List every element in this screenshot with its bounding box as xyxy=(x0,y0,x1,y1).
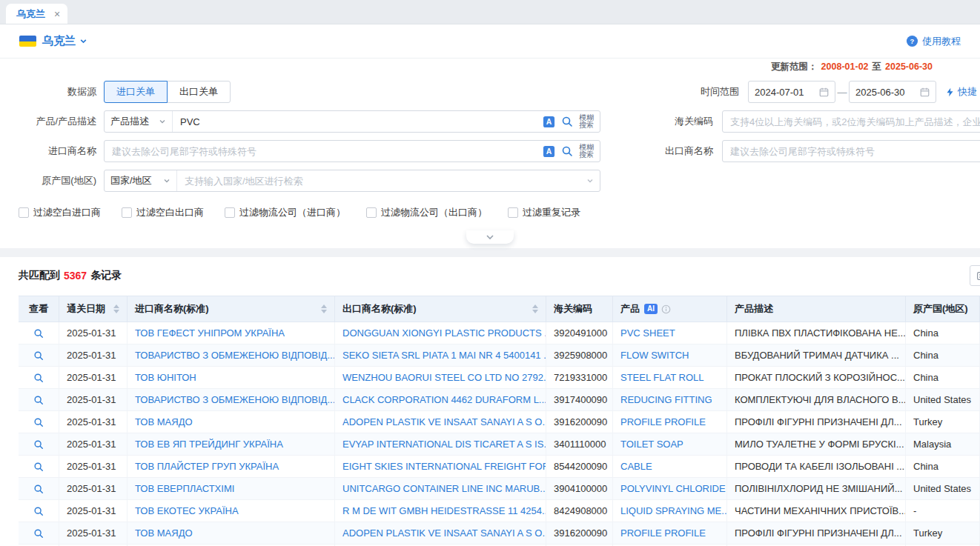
view-details-icon[interactable] xyxy=(33,350,44,361)
svg-text:A: A xyxy=(546,147,552,156)
table-body: 2025-01-31ТОВ ГЕФЕСТ УНІПРОМ УКРАЇНАDONG… xyxy=(19,322,980,546)
view-details-icon[interactable] xyxy=(33,528,44,539)
update-range-to: 2025-06-30 xyxy=(885,61,933,72)
cell-exporter[interactable]: UNITCARGO CONTAINER LINE INC MARUB... xyxy=(335,478,546,499)
view-details-icon[interactable] xyxy=(33,328,44,339)
cell-product[interactable]: POLYVINYL CHLORIDE xyxy=(613,478,727,499)
fuzzy-search-label[interactable]: 模糊 搜索 xyxy=(579,114,594,129)
date-from-input[interactable]: 2024-07-01 xyxy=(748,81,835,103)
cell-desc: ПРОКАТ ПЛОСКИЙ З КОРОЗІЙНОС... xyxy=(727,367,906,388)
checkbox-label: 过滤空白进口商 xyxy=(33,206,101,219)
sort-icons[interactable] xyxy=(109,304,119,313)
cell-importer[interactable]: ТОВ МАЯДО xyxy=(128,411,335,433)
cell-exporter[interactable]: R M DE WIT GMBH HEIDESTRASSE 11 4254... xyxy=(335,500,546,522)
view-details-icon[interactable] xyxy=(33,395,44,405)
checkbox-filter-logistics-exporter[interactable]: 过滤物流公司（出口商） xyxy=(366,206,487,219)
quick-range-button[interactable]: 快捷 xyxy=(936,85,980,99)
sort-icons[interactable] xyxy=(317,304,327,313)
chevron-down-icon[interactable] xyxy=(79,37,87,45)
cell-product[interactable]: CABLE xyxy=(613,456,727,477)
cell-exporter[interactable]: EIGHT SKIES INTERNATIONAL FREIGHT FOR... xyxy=(335,456,546,477)
cell-importer[interactable]: ТОВАРИСТВО З ОБМЕЖЕНОЮ ВІДПОВІД... xyxy=(128,344,335,366)
view-details-icon[interactable] xyxy=(33,439,44,450)
product-type-select[interactable]: 产品描述 xyxy=(105,111,173,132)
cell-importer[interactable]: ТОВ ЮНІТОН xyxy=(128,367,335,388)
header-hs-code: 海关编码 xyxy=(546,296,613,322)
view-cell xyxy=(19,456,59,477)
view-details-icon[interactable] xyxy=(33,417,44,427)
cell-origin: United States xyxy=(906,389,980,410)
cell-product[interactable]: STEEL FLAT ROLL xyxy=(613,367,727,388)
cell-exporter[interactable]: WENZHOU BAORUI STEEL CO LTD NO 2792... xyxy=(335,367,546,388)
checkbox-filter-blank-exporter[interactable]: 过滤空白出口商 xyxy=(122,206,204,219)
origin-country-input[interactable] xyxy=(177,170,586,191)
cell-hs: 7219331000 xyxy=(546,367,613,388)
cell-importer[interactable]: ТОВ ЕВЕРПЛАСТХІМІ xyxy=(128,478,335,499)
header-description: 产品描述 xyxy=(727,296,906,322)
view-details-icon[interactable] xyxy=(33,462,44,472)
toolbar-partial-button[interactable] xyxy=(970,265,980,286)
cell-product[interactable]: PROFILE PROFILE xyxy=(613,411,727,433)
cell-exporter[interactable]: EVYAP INTERNATIONAL DIS TICARET A S IS..… xyxy=(335,433,546,455)
cell-importer[interactable]: ТОВАРИСТВО З ОБМЕЖЕНОЮ ВІДПОВІД... xyxy=(128,389,335,410)
sort-icons[interactable] xyxy=(528,304,538,313)
lightning-icon xyxy=(945,87,955,97)
cell-hs: 8424908000 xyxy=(546,500,613,522)
fuzzy-search-label[interactable]: 模糊 搜索 xyxy=(579,144,594,159)
cell-product[interactable]: TOILET SOAP xyxy=(613,433,727,455)
country-selector[interactable]: 乌克兰 xyxy=(42,34,76,48)
translate-icon[interactable]: A xyxy=(543,145,555,158)
date-to-input[interactable]: 2025-06-30 xyxy=(849,81,936,103)
translate-icon[interactable]: A xyxy=(543,116,555,128)
cell-importer[interactable]: ТОВ ПЛАЙСТЕР ГРУП УКРАЇНА xyxy=(128,456,335,477)
fuzzy-search-icon[interactable] xyxy=(561,145,573,157)
view-details-icon[interactable] xyxy=(33,484,44,494)
cell-desc: ПРОФІЛІ ФІГУРНІ ПРИЗНАЧЕНІ ДЛ... xyxy=(727,522,906,544)
checkbox-filter-duplicates[interactable]: 过滤重复记录 xyxy=(508,206,580,219)
importer-input[interactable] xyxy=(105,141,537,162)
header-exporter[interactable]: 出口商名称(标准) xyxy=(335,296,546,322)
tutorial-link[interactable]: ? 使用教程 xyxy=(906,35,961,48)
checkbox-filter-logistics-importer[interactable]: 过滤物流公司（进口商） xyxy=(225,206,345,219)
cell-importer[interactable]: ТОВ ГЕФЕСТ УНІПРОМ УКРАЇНА xyxy=(128,322,335,344)
view-details-icon[interactable] xyxy=(33,506,44,516)
info-icon[interactable] xyxy=(661,304,671,314)
exporter-input[interactable] xyxy=(722,140,980,162)
cell-exporter[interactable]: SEKO SIETA SRL PIATA 1 MAI NR 4 5400141 … xyxy=(335,344,546,366)
cell-product[interactable]: LIQUID SPRAYING ME... xyxy=(613,500,727,522)
checkbox-icon xyxy=(508,207,518,218)
view-details-icon[interactable] xyxy=(33,373,44,383)
cell-origin: China xyxy=(906,367,980,388)
cell-product[interactable]: FLOW SWITCH xyxy=(613,344,727,366)
tab-import-declarations[interactable]: 进口关单 xyxy=(104,81,168,103)
update-range-from: 2008-01-02 xyxy=(821,61,869,72)
page-header: 乌克兰 ? 使用教程 xyxy=(0,24,980,59)
browser-tab-title: 乌克兰 xyxy=(16,7,45,21)
origin-type-select[interactable]: 国家/地区 xyxy=(105,170,177,191)
cell-product[interactable]: PROFILE PROFILE xyxy=(613,522,727,544)
cell-product[interactable]: REDUCING FITTING xyxy=(613,389,727,410)
hs-code-input[interactable] xyxy=(722,110,980,133)
chevron-down-icon[interactable] xyxy=(586,177,600,184)
header-clearance-date[interactable]: 通关日期 xyxy=(59,296,128,322)
product-input-icons: A 模糊 搜索 xyxy=(537,114,600,129)
product-search-input[interactable] xyxy=(173,111,537,132)
cell-exporter[interactable]: CLACK CORPORATION 4462 DURAFORM L... xyxy=(335,389,546,410)
header-importer[interactable]: 进口商名称(标准) xyxy=(128,296,335,322)
browser-tab[interactable]: 乌克兰 × xyxy=(6,4,67,24)
count-suffix: 条记录 xyxy=(90,269,122,282)
cell-importer[interactable]: ТОВ ЕКОТЕС УКРАЇНА xyxy=(128,500,335,522)
cell-importer[interactable]: ТОВ ЕВ ЯП ТРЕЙДИНГ УКРАЇНА xyxy=(128,433,335,455)
checkbox-filter-blank-importer[interactable]: 过滤空白进口商 xyxy=(19,206,101,219)
cell-exporter[interactable]: ADOPEN PLASTIK VE INSAAT SANAYI A S O... xyxy=(335,522,546,544)
cell-desc: МИЛО ТУАЛЕТНЕ У ФОРМІ БРУСКІ... xyxy=(727,433,906,455)
close-icon[interactable]: × xyxy=(54,9,60,19)
cell-exporter[interactable]: ADOPEN PLASTIK VE INSAAT SANAYI A S O... xyxy=(335,411,546,433)
fuzzy-search-icon[interactable] xyxy=(561,116,573,127)
cell-exporter[interactable]: DONGGUAN XIONGYI PLASTIC PRODUCTS ... xyxy=(335,322,546,344)
collapse-filter-button[interactable] xyxy=(466,230,514,244)
cell-importer[interactable]: ТОВ МАЯДО xyxy=(128,522,335,544)
cell-product[interactable]: PVC SHEET xyxy=(613,322,727,344)
cell-hs: 3925908000 xyxy=(546,344,613,366)
tab-export-declarations[interactable]: 出口关单 xyxy=(167,81,231,103)
